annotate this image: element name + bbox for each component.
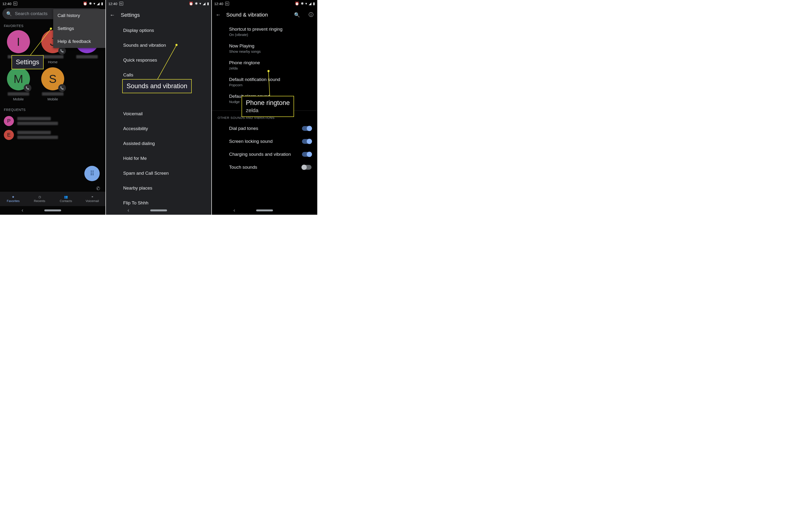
signal-icon: ◢: [203, 1, 206, 6]
contact-name-blurred: [42, 55, 64, 59]
signal-icon: ◢: [97, 1, 100, 6]
settings-row[interactable]: Accessibility: [106, 121, 211, 136]
status-icons: ⏰ ✱ ▾ ◢ ▮: [83, 1, 103, 6]
tab-voicemail[interactable]: ⚭ Voicemail: [79, 192, 106, 206]
avatar: I: [7, 30, 30, 53]
settings-header: ← Settings: [106, 7, 211, 23]
bluetooth-icon: ✱: [89, 1, 92, 6]
menu-settings[interactable]: Settings: [53, 22, 106, 35]
calendar-icon: 31: [14, 2, 17, 5]
settings-row[interactable]: Voicemail: [106, 107, 211, 121]
sound-row[interactable]: Now PlayingShow nearby songs: [212, 40, 317, 57]
avatar: E: [4, 130, 14, 140]
battery-icon: ▮: [313, 1, 315, 6]
sound-row[interactable]: Default notification soundPopcorn: [212, 74, 317, 90]
home-pill[interactable]: [44, 209, 61, 211]
contact-name-blurred: [17, 117, 51, 120]
contact-type: Home: [48, 60, 57, 64]
alarm-icon: ⏰: [189, 1, 193, 6]
phone-icon: ✆: [96, 185, 100, 191]
search-placeholder: Search contacts: [15, 11, 47, 16]
star-icon: ★: [12, 195, 15, 199]
clock: 12:40: [2, 2, 11, 6]
nav-bar: ‹: [212, 206, 317, 215]
bluetooth-icon: ✱: [195, 1, 198, 6]
sound-row[interactable]: Shortcut to prevent ringingOn (vibrate): [212, 23, 317, 40]
status-icons: ⏰ ✱ ▾ ◢ ▮: [295, 1, 315, 6]
sound-header: ← Sound & vibration 🔍 ⓘ: [212, 7, 317, 22]
phone-badge-icon: [24, 84, 31, 92]
calendar-icon: 31: [119, 2, 123, 5]
back-button[interactable]: ‹: [233, 207, 235, 213]
bottom-tabs: ★ Favorites ◷ Recents 👥 Contacts ⚭ Voice…: [0, 192, 106, 206]
bluetooth-icon: ✱: [301, 1, 304, 6]
favorite-tile[interactable]: SMobile: [37, 67, 69, 101]
contact-detail-blurred: [17, 136, 58, 139]
sound-row[interactable]: Phone ringtonezelda: [212, 57, 317, 74]
status-bar: 12:40 31 ⏰ ✱ ▾ ◢ ▮: [212, 0, 317, 7]
toggle-list: Dial pad tonesScreen locking soundChargi…: [212, 122, 317, 174]
search-icon[interactable]: 🔍: [294, 12, 300, 18]
contact-detail-blurred: [17, 122, 58, 125]
toggle-switch[interactable]: [302, 152, 311, 157]
favorite-tile[interactable]: MMobile: [2, 67, 34, 101]
annotation-dot: [176, 44, 178, 46]
clock-icon: ◷: [38, 195, 41, 199]
tab-favorites[interactable]: ★ Favorites: [0, 192, 26, 206]
clock: 12:40: [108, 2, 117, 6]
settings-row[interactable]: Nearby places: [106, 181, 211, 195]
annotation-dot: [50, 27, 52, 30]
toggle-switch[interactable]: [302, 126, 311, 131]
toggle-row[interactable]: Dial pad tones: [212, 122, 317, 135]
people-icon: 👥: [64, 195, 68, 199]
wifi-icon: ▾: [200, 1, 201, 6]
toggle-switch[interactable]: [302, 139, 311, 144]
page-title: Sound & vibration: [226, 12, 268, 18]
settings-row[interactable]: Assisted dialing: [106, 136, 211, 151]
search-icon: 🔍: [6, 11, 12, 17]
overflow-menu: Call history Settings Help & feedback: [53, 9, 106, 48]
nav-bar: ‹: [0, 206, 106, 215]
status-bar: 12:40 31 ⏰ ✱ ▾ ◢ ▮: [106, 0, 211, 7]
contact-name-blurred: [76, 55, 98, 59]
toggle-row[interactable]: Screen locking sound: [212, 135, 317, 148]
toggle-row[interactable]: Charging sounds and vibration: [212, 148, 317, 161]
annotation-dot: [268, 70, 270, 72]
battery-icon: ▮: [207, 1, 209, 6]
callout-settings: Settings: [11, 55, 44, 69]
voicemail-icon: ⚭: [91, 195, 94, 199]
contact-type: Mobile: [47, 97, 58, 101]
nav-bar: ‹: [106, 206, 211, 215]
back-button[interactable]: ‹: [22, 207, 23, 213]
tab-contacts[interactable]: 👥 Contacts: [53, 192, 79, 206]
settings-row[interactable]: Hold for Me: [106, 151, 211, 166]
frequents-label: FREQUENTS: [0, 101, 106, 114]
frequent-row[interactable]: E: [0, 128, 106, 142]
contact-type: Mobile: [13, 97, 24, 101]
back-icon[interactable]: ←: [110, 12, 115, 18]
battery-icon: ▮: [101, 1, 103, 6]
callout-sounds: Sounds and vibration: [122, 79, 192, 93]
page-title: Settings: [121, 12, 140, 18]
back-button[interactable]: ‹: [128, 207, 129, 213]
home-pill[interactable]: [256, 209, 273, 211]
calendar-icon: 31: [225, 2, 229, 5]
menu-help[interactable]: Help & feedback: [53, 35, 106, 48]
settings-row[interactable]: Sounds and vibration: [106, 38, 211, 53]
settings-row[interactable]: Spam and Call Screen: [106, 166, 211, 181]
tab-recents[interactable]: ◷ Recents: [26, 192, 53, 206]
settings-row[interactable]: Quick responses: [106, 53, 211, 68]
back-icon[interactable]: ←: [216, 12, 221, 18]
toggle-switch[interactable]: [302, 165, 311, 170]
home-pill[interactable]: [150, 209, 167, 211]
toggle-row[interactable]: Touch sounds: [212, 161, 317, 174]
menu-call-history[interactable]: Call history: [53, 9, 106, 22]
settings-row[interactable]: Display options: [106, 23, 211, 38]
help-icon[interactable]: ⓘ: [309, 11, 314, 18]
frequent-row[interactable]: P: [0, 114, 106, 128]
screen-sound-vibration: 12:40 31 ⏰ ✱ ▾ ◢ ▮ ← Sound & vibration 🔍…: [212, 0, 317, 215]
contact-name-blurred: [17, 131, 51, 134]
dialpad-fab[interactable]: ⠿ ✆: [84, 166, 100, 181]
settings-list: Display optionsSounds and vibrationQuick…: [106, 23, 211, 210]
wifi-icon: ▾: [305, 1, 307, 6]
